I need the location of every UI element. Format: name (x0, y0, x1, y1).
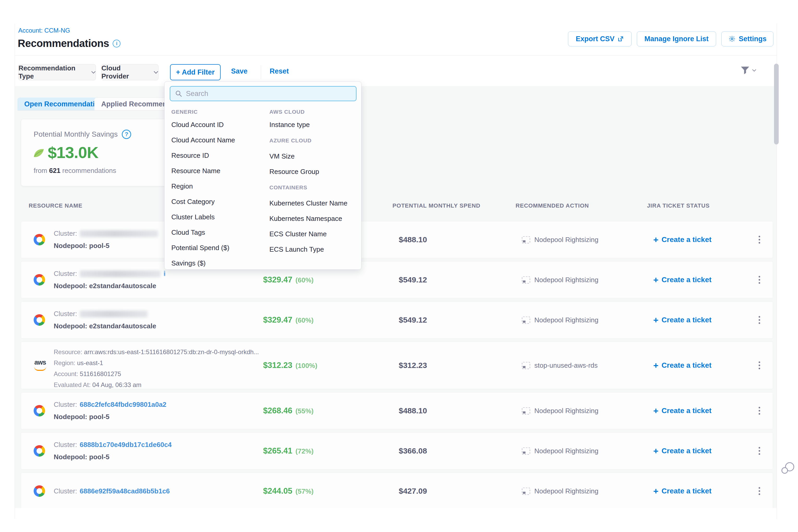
add-filter-dropdown: GENERIC Cloud Account ID Cloud Account N… (164, 81, 361, 270)
filter-option[interactable]: ECS Cluster Name (269, 226, 356, 242)
filter-option[interactable]: Potential Spend ($) (171, 240, 267, 255)
spend-cell: $549.12 (399, 316, 427, 324)
kebab-menu-icon[interactable] (757, 405, 762, 416)
recommendations-content: Open Recommendations Applied Recommendat… (15, 86, 777, 508)
filter-option[interactable]: Cloud Tags (171, 225, 267, 240)
filter-option[interactable]: Cloud Account ID (171, 117, 267, 132)
savings-amount: $13.0K (33, 143, 98, 162)
dropdown-search[interactable] (170, 86, 357, 101)
aws-icon: aws (33, 359, 48, 371)
gcp-icon (34, 234, 45, 245)
chevron-down-icon (752, 69, 756, 72)
chevron-down-icon (154, 71, 158, 74)
cluster-link[interactable]: 688c2fefc84fbdc99801a0a2 (80, 401, 166, 408)
filter-option[interactable]: Instance type (269, 117, 356, 132)
resource-cell: Cluster:688c2fefc84fbdc99801a0a2 Nodepoo… (54, 401, 166, 421)
gcp-icon (34, 274, 45, 286)
redacted-cluster-name (80, 310, 148, 317)
table-row[interactable]: aws Resource: arn:aws:rds:us-east-1:5116… (21, 342, 773, 389)
kebab-menu-icon[interactable] (757, 360, 762, 371)
table-row[interactable]: Cluster: Nodepool: e2standar4autoscale $… (21, 302, 773, 339)
add-filter-button[interactable]: + Add Filter (170, 64, 221, 80)
spend-cell: $549.12 (399, 276, 427, 284)
filter-option[interactable]: Savings ($) (171, 255, 267, 271)
filter-option[interactable]: Resource ID (171, 148, 267, 163)
cluster-link[interactable]: 6888b1c70e49db17c1de60c4 (80, 441, 172, 449)
resource-cell: Cluster:i Nodepool: e2standar4autoscale (54, 270, 166, 290)
scrollbar-thumb[interactable] (774, 64, 779, 145)
manage-ignore-list-button[interactable]: Manage Ignore List (637, 31, 716, 46)
nodepool-icon (522, 236, 530, 243)
gcp-icon (34, 314, 45, 326)
search-input[interactable] (186, 90, 351, 98)
external-link-icon (618, 36, 624, 42)
settings-button[interactable]: Settings (721, 31, 774, 46)
redacted-fragment: i (164, 270, 166, 278)
savings-cell: $244.05(57%) (263, 486, 314, 496)
recommended-action-cell: stop-unused-aws-rds (522, 361, 598, 369)
export-csv-button[interactable]: Export CSV (568, 31, 632, 46)
filter-option[interactable]: Region (171, 179, 267, 194)
spend-cell: $427.09 (399, 487, 427, 495)
col-header-potential-monthly-spend: POTENTIAL MONTHLY SPEND (393, 202, 480, 209)
dropdown-cloud-column: AWS CLOUD Instance type AZURE CLOUD VM S… (269, 107, 356, 257)
savings-cell: $265.41(72%) (263, 446, 314, 456)
savings-cell: $312.23(100%) (263, 361, 317, 370)
spend-cell: $488.10 (399, 406, 427, 415)
filter-option[interactable]: Kubernetes Cluster Name (269, 195, 356, 211)
kebab-menu-icon[interactable] (757, 486, 762, 496)
help-chat-icon[interactable] (781, 460, 796, 479)
filter-option[interactable]: Cost Category (171, 194, 267, 209)
filter-cloud-provider[interactable]: Cloud Provider (101, 64, 158, 80)
spend-cell: $312.23 (399, 361, 427, 370)
reset-filter-button[interactable]: Reset (270, 67, 289, 75)
savings-cell: $268.46(55%) (263, 406, 314, 415)
help-icon[interactable] (122, 130, 131, 139)
table-row[interactable]: Cluster: Nodepool: pool-5 $488.10 Nodepo… (21, 221, 773, 258)
create-ticket-link[interactable]: +Create a ticket (653, 361, 711, 370)
kebab-menu-icon[interactable] (757, 234, 762, 245)
table-row[interactable]: Cluster:i Nodepool: e2standar4autoscale … (21, 261, 773, 298)
cluster-link[interactable]: 6886e92f59a48cad86b5b1c6 (80, 487, 170, 495)
savings-cell: $329.47(60%) (263, 315, 314, 325)
filter-option[interactable]: Resource Group (269, 164, 356, 179)
filter-option[interactable]: Cloud Account Name (171, 132, 267, 148)
table-row[interactable]: Cluster:6888b1c70e49db17c1de60c4 Nodepoo… (21, 432, 773, 470)
recommendations-page: Account: CCM-NG Recommendations Export C… (0, 0, 798, 532)
savings-card-title: Potential Monthly Savings (34, 130, 131, 139)
info-icon[interactable] (113, 40, 120, 48)
create-ticket-link[interactable]: +Create a ticket (653, 316, 711, 324)
filter-panel-toggle[interactable] (741, 66, 756, 75)
filter-option[interactable]: Cluster Labels (171, 209, 267, 225)
recommended-action-cell: Nodepool Rightsizing (522, 316, 598, 324)
header-actions: Export CSV Manage Ignore List Settings (568, 31, 774, 46)
create-ticket-link[interactable]: +Create a ticket (653, 446, 711, 455)
filter-option[interactable]: ECS Launch Type (269, 242, 356, 257)
filter-recommendation-type[interactable]: Recommendation Type (18, 64, 96, 80)
create-ticket-link[interactable]: +Create a ticket (653, 276, 711, 284)
table-row[interactable]: Cluster:688c2fefc84fbdc99801a0a2 Nodepoo… (21, 392, 773, 429)
save-filter-button[interactable]: Save (231, 67, 247, 75)
create-ticket-link[interactable]: +Create a ticket (653, 487, 711, 495)
kebab-menu-icon[interactable] (757, 315, 762, 325)
resource-cell: Cluster:6888b1c70e49db17c1de60c4 Nodepoo… (54, 441, 172, 461)
gcp-icon (34, 405, 45, 416)
create-ticket-link[interactable]: +Create a ticket (653, 406, 711, 415)
filter-option[interactable]: VM Size (269, 149, 356, 164)
filter-option[interactable]: Resource Name (171, 163, 267, 179)
filter-option[interactable]: Kubernetes Namespace (269, 211, 356, 226)
nodepool-icon (522, 447, 530, 455)
tabs-underline (17, 110, 182, 111)
breadcrumb-account[interactable]: Account: CCM-NG (18, 27, 70, 34)
create-ticket-link[interactable]: +Create a ticket (653, 235, 711, 244)
table-row[interactable]: Cluster:6886e92f59a48cad86b5b1c6 $244.05… (21, 473, 773, 508)
nodepool-icon (522, 276, 530, 283)
header-divider (15, 55, 777, 56)
potential-savings-card: Potential Monthly Savings $13.0K from 62… (21, 119, 170, 186)
gcp-icon (34, 445, 45, 457)
kebab-menu-icon[interactable] (757, 445, 762, 456)
col-header-recommended-action: RECOMMENDED ACTION (516, 202, 589, 209)
dropdown-generic-column: GENERIC Cloud Account ID Cloud Account N… (171, 107, 267, 271)
kebab-menu-icon[interactable] (757, 274, 762, 285)
leaf-icon (33, 147, 45, 158)
